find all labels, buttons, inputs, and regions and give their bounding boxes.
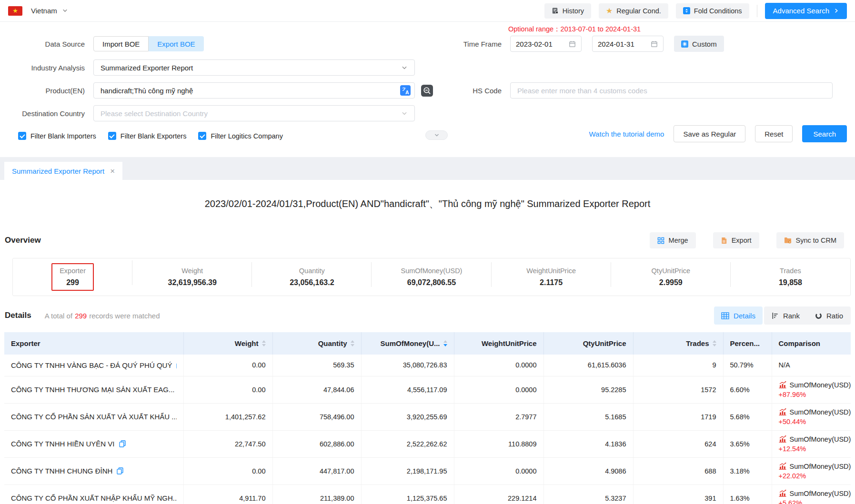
- history-button[interactable]: History: [544, 3, 591, 19]
- star-icon: ★: [606, 7, 613, 15]
- chevron-down-icon[interactable]: [62, 8, 68, 14]
- exporter-name[interactable]: CÔNG TY CỔ PHẦN SẢN XUẤT VÀ XUẤT KHẨU ..…: [11, 413, 177, 421]
- folder-sync-icon: [784, 237, 792, 244]
- cell-weight_unit_price: 229.1214: [454, 484, 543, 504]
- exporter-name[interactable]: CÔNG TY TNHH HIỀN UYÊN VI: [11, 440, 115, 448]
- column-header-qty_unit_price: QtyUnitPrice: [543, 332, 633, 355]
- stat-value: 299: [60, 278, 86, 287]
- stat-quantity: Quantity23,056,163.2: [252, 265, 372, 289]
- date-to-value: 2024-01-31: [598, 40, 634, 48]
- stat-label: Trades: [779, 267, 802, 275]
- sync-to-crm-button[interactable]: Sync to CRM: [776, 232, 844, 248]
- sort-icon[interactable]: [351, 340, 354, 346]
- reset-button[interactable]: Reset: [755, 125, 793, 142]
- column-header-trades[interactable]: Trades: [633, 332, 723, 355]
- comparison-change: +12.54%: [779, 445, 845, 453]
- trend-up-icon: [779, 381, 786, 388]
- column-header-quantity[interactable]: Quantity: [272, 332, 361, 355]
- hs-code-input[interactable]: [510, 82, 833, 99]
- tab-label: Summarized Exporter Report: [12, 167, 104, 175]
- trend-up-icon: [779, 490, 786, 497]
- custom-label: Custom: [692, 40, 717, 48]
- merge-button[interactable]: Merge: [650, 232, 696, 248]
- trend-up-icon: [779, 435, 786, 443]
- total-prefix: A total of: [45, 312, 72, 320]
- country-selector[interactable]: Vietnam: [31, 7, 57, 15]
- date-from-input[interactable]: 2023-02-01: [510, 36, 582, 52]
- filter-logitics-company-checkbox[interactable]: Filter Logitics Company: [198, 132, 283, 140]
- copy-icon[interactable]: [117, 467, 123, 474]
- calendar-icon: [569, 40, 576, 48]
- stat-sumofmoney-usd-: SumOfMoney(USD)69,072,806.55: [372, 265, 491, 289]
- cell-percent: 6.60%: [723, 376, 772, 403]
- table-row: CÔNG TY TNHH HIỀN UYÊN VI22,747.50602,88…: [4, 430, 851, 457]
- destination-country-select[interactable]: Please select Destination Country: [93, 105, 415, 121]
- column-header-sum_of_money[interactable]: SumOfMoney(U...: [361, 332, 454, 355]
- table-icon: [721, 312, 729, 319]
- calendar-icon: [651, 40, 658, 48]
- stat-label: Quantity: [290, 267, 334, 275]
- table-row: CÔNG TY TNHH CHUNG ĐỈNH0.00447,817.002,1…: [4, 457, 851, 484]
- tab-summarized-exporter-report[interactable]: Summarized Exporter Report ×: [4, 162, 122, 180]
- cell-weight: 1,401,257.62: [183, 403, 272, 430]
- sort-icon[interactable]: [443, 340, 447, 346]
- cell-weight_unit_price: 2.7977: [454, 403, 543, 430]
- industry-analysis-label: Industry Analysis: [0, 64, 85, 72]
- tutorial-demo-link[interactable]: Watch the tutorial demo: [589, 130, 664, 138]
- close-icon[interactable]: ×: [110, 167, 115, 175]
- table-row: CÔNG TY TNHH VÀNG BẠC - ĐÁ QUÝ PHÚ QUÝ0.…: [4, 355, 851, 376]
- product-input[interactable]: [93, 82, 415, 99]
- export-boe-button[interactable]: Export BOE: [149, 36, 203, 51]
- checkbox-label: Filter Logitics Company: [211, 132, 283, 140]
- column-header-weight[interactable]: Weight: [183, 332, 272, 355]
- sort-icon[interactable]: [262, 340, 266, 346]
- copy-icon[interactable]: [119, 440, 126, 447]
- table-row: CÔNG TY CỔ PHẦN XUẤT NHẬP KHẨU MỸ NGH...…: [4, 484, 851, 504]
- exporter-name[interactable]: CÔNG TY TNHH THƯƠNG MẠI SẢN XUẤT EAG...: [11, 385, 175, 394]
- table-row: CÔNG TY CỔ PHẦN SẢN XUẤT VÀ XUẤT KHẨU ..…: [4, 403, 851, 430]
- cell-quantity: 47,844.06: [272, 376, 361, 403]
- regular-cond-button[interactable]: ★ Regular Cond.: [599, 3, 668, 19]
- cell-qty_unit_price: 61,615.6036: [543, 355, 633, 376]
- save-as-regular-button[interactable]: Save as Regular: [674, 125, 745, 142]
- date-to-input[interactable]: 2024-01-31: [592, 36, 664, 52]
- cell-qty_unit_price: 4.1836: [543, 430, 633, 457]
- collapse-form-button[interactable]: [425, 130, 448, 140]
- comparison-cell: SumOfMoney(USD)+12.54%: [779, 435, 845, 453]
- exporter-name[interactable]: CÔNG TY CỔ PHẦN XUẤT NHẬP KHẨU MỸ NGH...: [11, 494, 177, 502]
- cell-sum_of_money: 3,920,255.69: [361, 403, 454, 430]
- column-header-exporter: Exporter: [4, 332, 183, 355]
- cell-qty_unit_price: 5.1685: [543, 403, 633, 430]
- stat-label: Weight: [168, 267, 217, 275]
- column-header-weight_unit_price: WeightUnitPrice: [454, 332, 543, 355]
- hs-code-label: HS Code: [419, 87, 502, 95]
- filter-blank-exporters-checkbox[interactable]: Filter Blank Exporters: [108, 132, 187, 140]
- exporter-name[interactable]: CÔNG TY TNHH CHUNG ĐỈNH: [11, 467, 112, 475]
- checkbox-checked-icon: [198, 132, 206, 140]
- view-rank-button[interactable]: Rank: [764, 306, 807, 325]
- import-boe-button[interactable]: Import BOE: [93, 36, 149, 51]
- translate-icon[interactable]: A: [400, 85, 411, 96]
- product-en-label: Product(EN): [0, 87, 85, 95]
- fold-conditions-button[interactable]: Fold Conditions: [676, 3, 749, 19]
- tab-band: Summarized Exporter Report ×: [0, 157, 855, 180]
- search-button[interactable]: Search: [802, 125, 847, 142]
- advanced-search-button[interactable]: Advanced Search: [765, 3, 847, 19]
- view-ratio-button[interactable]: Ratio: [807, 306, 851, 325]
- comparison-cell: SumOfMoney(USD)+5.62%: [779, 490, 845, 504]
- column-header-percent: Percen...: [723, 332, 772, 355]
- column-label: WeightUnitPrice: [482, 339, 537, 347]
- stat-value: 32,619,956.39: [168, 278, 217, 287]
- export-button[interactable]: Export: [713, 232, 759, 248]
- exporter-name[interactable]: CÔNG TY TNHH VÀNG BẠC - ĐÁ QUÝ PHÚ QUÝ: [11, 361, 172, 369]
- view-details-button[interactable]: Details: [714, 306, 763, 325]
- history-icon: [552, 7, 559, 14]
- column-label: QtyUnitPrice: [583, 339, 626, 347]
- cell-quantity: 602,886.00: [272, 430, 361, 457]
- cell-exporter: CÔNG TY CỔ PHẦN XUẤT NHẬP KHẨU MỸ NGH...: [4, 484, 183, 504]
- sort-icon[interactable]: [713, 340, 716, 346]
- filter-blank-importers-checkbox[interactable]: Filter Blank Importers: [18, 132, 96, 140]
- custom-range-button[interactable]: Custom: [674, 36, 724, 52]
- industry-analysis-select[interactable]: Summarized Exporter Report: [93, 59, 415, 76]
- cell-weight: 22,747.50: [183, 430, 272, 457]
